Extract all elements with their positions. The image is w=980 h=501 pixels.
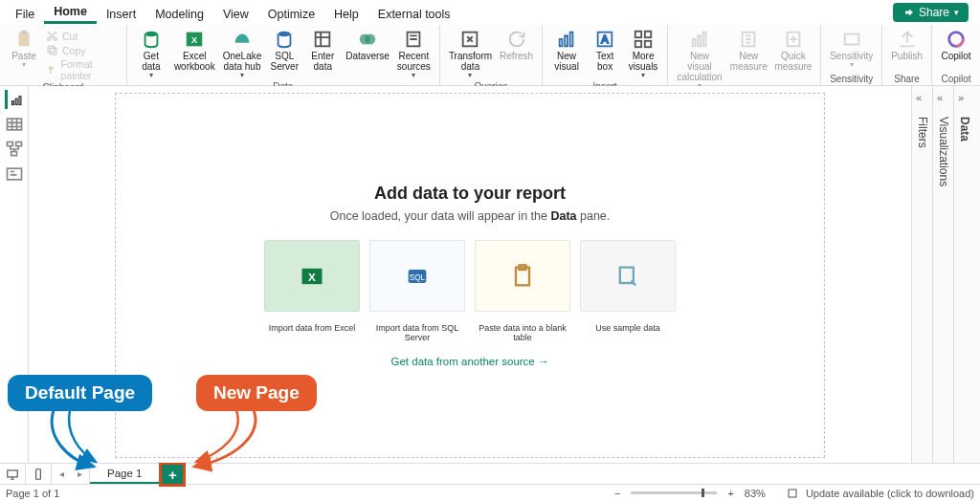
card-paste[interactable] bbox=[475, 240, 570, 312]
menu-help[interactable]: Help bbox=[324, 4, 368, 24]
menu-modeling[interactable]: Modeling bbox=[145, 4, 213, 24]
excel-workbook-button[interactable]: XExcel workbook bbox=[171, 28, 218, 73]
cut-icon bbox=[46, 30, 58, 42]
desktop-layout-button[interactable] bbox=[0, 464, 26, 484]
svg-rect-27 bbox=[703, 33, 706, 47]
status-bar: Page 1 of 1 − + 83% Update available (cl… bbox=[0, 484, 980, 501]
ribbon-group-sensitivity: Sensitivity▾ Sensitivity bbox=[821, 25, 882, 85]
card-sample[interactable] bbox=[580, 240, 676, 312]
svg-rect-39 bbox=[11, 152, 16, 156]
sql-server-button[interactable]: SQL Server bbox=[266, 28, 302, 73]
new-visual-button[interactable]: New visual bbox=[548, 28, 585, 73]
publish-icon bbox=[897, 29, 918, 50]
page-count: Page 1 of 1 bbox=[6, 488, 59, 499]
model-view-button[interactable] bbox=[5, 140, 24, 159]
ribbon-group-clipboard: Paste ▾ Cut Copy Format painter Clipboar… bbox=[0, 25, 127, 85]
svg-rect-38 bbox=[15, 142, 21, 146]
onelake-button[interactable]: OneLake data hub▾ bbox=[220, 28, 265, 81]
copilot-button[interactable]: Copilot bbox=[938, 28, 974, 62]
svg-rect-22 bbox=[645, 32, 651, 37]
svg-rect-0 bbox=[19, 33, 30, 47]
copy-icon bbox=[46, 44, 58, 56]
zoom-in-button[interactable]: + bbox=[724, 488, 736, 499]
svg-point-7 bbox=[145, 32, 157, 37]
transform-data-button[interactable]: Transform data▾ bbox=[446, 28, 495, 81]
text-box-button[interactable]: AText box bbox=[587, 28, 623, 73]
svg-text:X: X bbox=[308, 270, 316, 282]
desktop-icon bbox=[6, 468, 19, 481]
menu-external-tools[interactable]: External tools bbox=[368, 4, 460, 24]
collapse-icon: » bbox=[958, 92, 964, 103]
excel-icon: X bbox=[184, 29, 205, 50]
share-button[interactable]: Share ▾ bbox=[893, 3, 969, 22]
sensitivity-button[interactable]: Sensitivity▾ bbox=[827, 28, 876, 71]
refresh-button[interactable]: Refresh bbox=[497, 28, 536, 62]
format-painter-icon bbox=[46, 64, 57, 76]
zoom-out-button[interactable]: − bbox=[612, 488, 623, 499]
ribbon-group-insert: New visual AText box More visuals▾ Inser… bbox=[543, 25, 668, 85]
paste-icon bbox=[509, 263, 536, 290]
new-visual-calculation-button[interactable]: New visual calculation▾ bbox=[674, 28, 725, 92]
svg-rect-36 bbox=[7, 119, 21, 130]
menu-view[interactable]: View bbox=[213, 4, 258, 24]
card-sql[interactable]: SQL bbox=[369, 240, 465, 312]
sensitivity-icon bbox=[841, 29, 862, 50]
sample-icon bbox=[614, 263, 641, 290]
update-available[interactable]: Update available (click to download) bbox=[806, 488, 974, 499]
copy-button[interactable]: Copy bbox=[44, 43, 121, 57]
svg-rect-30 bbox=[844, 34, 858, 45]
fit-page-icon[interactable] bbox=[787, 488, 798, 499]
dataverse-button[interactable]: Dataverse bbox=[343, 28, 392, 62]
svg-rect-11 bbox=[316, 33, 330, 47]
textbox-icon: A bbox=[594, 29, 615, 50]
recent-sources-button[interactable]: Recent sources▾ bbox=[394, 28, 434, 81]
sql-icon: SQL bbox=[404, 263, 431, 290]
collapse-icon: « bbox=[916, 92, 922, 103]
ribbon-group-calculations: New visual calculation▾ New measure Quic… bbox=[668, 25, 821, 85]
menu-file[interactable]: File bbox=[6, 4, 44, 24]
ribbon-group-share: Publish Share bbox=[882, 25, 932, 85]
menu-home[interactable]: Home bbox=[44, 1, 97, 24]
svg-rect-29 bbox=[787, 33, 799, 47]
svg-rect-28 bbox=[743, 33, 755, 47]
svg-rect-34 bbox=[15, 98, 17, 104]
card-label: Import data from SQL Server bbox=[369, 323, 465, 342]
quick-measure-button[interactable]: Quick measure bbox=[772, 28, 815, 73]
refresh-icon bbox=[506, 29, 527, 50]
menu-optimize[interactable]: Optimize bbox=[258, 4, 324, 24]
svg-point-10 bbox=[278, 32, 291, 37]
visualizations-pane-toggle[interactable]: «Visualizations bbox=[932, 86, 953, 463]
ribbon-group-copilot: Copilot Copilot bbox=[932, 25, 980, 85]
zoom-slider[interactable] bbox=[631, 491, 717, 494]
svg-rect-35 bbox=[19, 96, 21, 104]
more-visuals-button[interactable]: More visuals▾ bbox=[625, 28, 661, 81]
dax-view-button[interactable] bbox=[5, 164, 24, 184]
publish-button[interactable]: Publish bbox=[888, 28, 925, 62]
excel-icon: X bbox=[299, 263, 325, 290]
chevron-down-icon: ▾ bbox=[954, 8, 959, 17]
copilot-icon bbox=[946, 29, 967, 50]
report-view-button[interactable] bbox=[5, 90, 24, 109]
svg-text:A: A bbox=[601, 33, 609, 45]
svg-text:SQL: SQL bbox=[410, 272, 426, 281]
get-data-link[interactable]: Get data from another source → bbox=[391, 356, 549, 367]
filters-pane-toggle[interactable]: «Filters bbox=[911, 86, 932, 463]
get-data-button[interactable]: Get data▾ bbox=[133, 28, 169, 81]
paste-button[interactable]: Paste ▾ bbox=[6, 28, 42, 71]
card-label: Paste data into a blank table bbox=[475, 323, 570, 342]
enter-data-button[interactable]: Enter data bbox=[304, 28, 341, 73]
data-pane-toggle[interactable]: »Data bbox=[953, 86, 980, 463]
svg-point-13 bbox=[365, 34, 375, 45]
canvas-area: Add data to your report Once loaded, you… bbox=[29, 86, 911, 463]
ribbon-group-data: Get data▾ XExcel workbook OneLake data h… bbox=[127, 25, 440, 85]
ribbon-group-queries: Transform data▾ Refresh Queries bbox=[440, 25, 543, 85]
card-excel[interactable]: X bbox=[264, 240, 360, 312]
svg-rect-33 bbox=[11, 100, 13, 104]
menu-insert[interactable]: Insert bbox=[97, 4, 145, 24]
canvas-subtitle: Once loaded, your data will appear in th… bbox=[330, 209, 611, 223]
table-view-button[interactable] bbox=[5, 115, 24, 134]
new-measure-button[interactable]: New measure bbox=[727, 28, 770, 73]
format-painter-button[interactable]: Format painter bbox=[44, 57, 121, 82]
svg-rect-18 bbox=[570, 33, 573, 47]
cut-button[interactable]: Cut bbox=[44, 29, 121, 43]
